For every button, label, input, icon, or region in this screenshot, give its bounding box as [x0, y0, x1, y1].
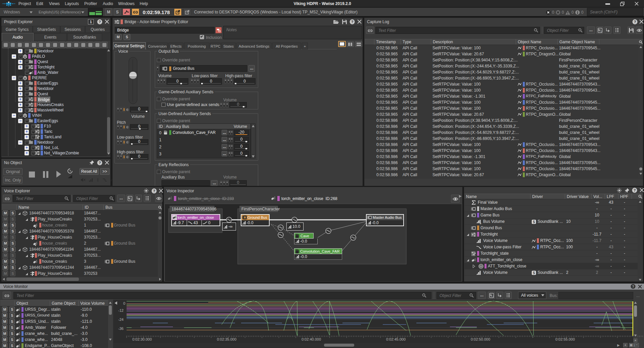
svg-text:B: B [480, 222, 481, 224]
svg-text:S: S [533, 220, 535, 224]
svg-text:?: ? [153, 189, 155, 193]
svg-text:?: ? [634, 20, 636, 24]
svg-text:?: ? [99, 161, 101, 165]
svg-text:v: v [35, 226, 36, 228]
svg-text:S: S [533, 271, 535, 275]
svg-text:?: ? [99, 20, 101, 24]
svg-text:?: ? [351, 20, 354, 24]
svg-text:S: S [601, 30, 602, 33]
svg-text:S: S [131, 198, 132, 201]
svg-text:?: ? [634, 188, 636, 192]
svg-text:v: v [35, 244, 36, 246]
